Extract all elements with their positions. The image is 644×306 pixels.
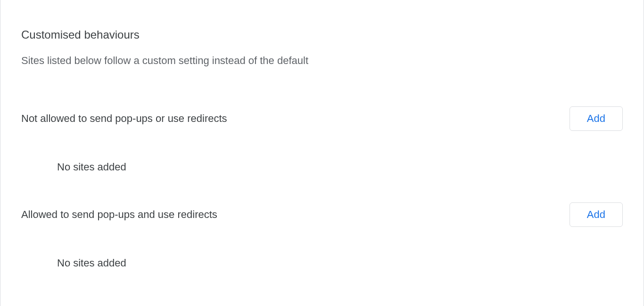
block-list-label: Not allowed to send pop-ups or use redir…	[21, 113, 227, 125]
add-blocked-site-button[interactable]: Add	[570, 106, 623, 131]
section-title: Customised behaviours	[0, 0, 644, 41]
settings-card: Customised behaviours Sites listed below…	[0, 0, 644, 306]
block-list-header-row: Not allowed to send pop-ups or use redir…	[0, 104, 644, 134]
add-allowed-site-button[interactable]: Add	[570, 202, 623, 227]
block-list-empty-text: No sites added	[0, 161, 644, 173]
allow-list-empty-text: No sites added	[0, 257, 644, 269]
section-subtitle: Sites listed below follow a custom setti…	[0, 41, 644, 67]
allow-list-label: Allowed to send pop-ups and use redirect…	[21, 209, 217, 221]
allow-list-header-row: Allowed to send pop-ups and use redirect…	[0, 200, 644, 230]
